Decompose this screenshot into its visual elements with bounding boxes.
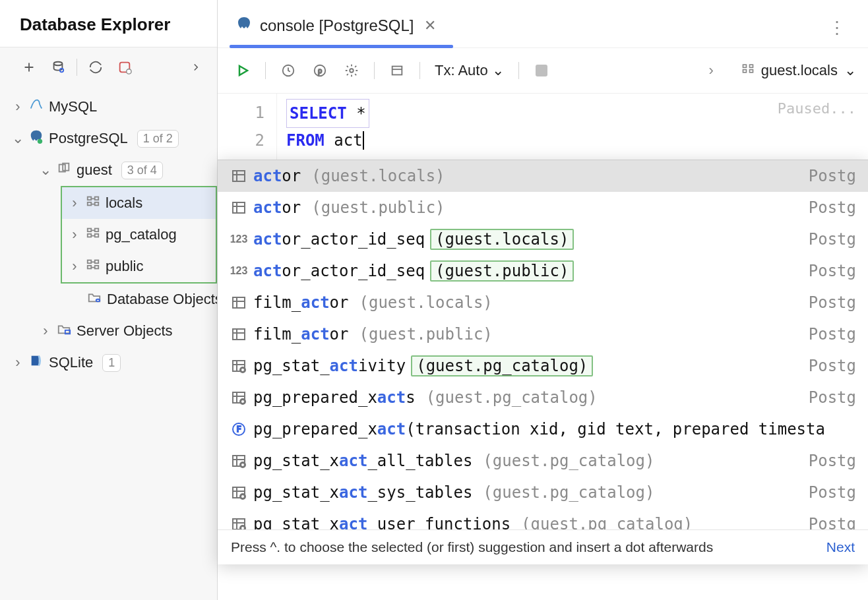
tree-label: Database Objects	[107, 291, 217, 308]
tx-mode-dropdown[interactable]: Tx: Auto ⌄	[429, 62, 509, 79]
completion-item[interactable]: pg_stat_xact_sys_tables (guest.pg_catalo…	[218, 477, 868, 508]
completion-item[interactable]: actor (guest.locals)Postg	[218, 160, 868, 192]
sql-editor[interactable]: 1 2 SELECT * FROM act Paused...	[218, 93, 868, 160]
completion-name: actor	[253, 167, 301, 185]
tree-node-mysql[interactable]: › MySQL	[0, 91, 217, 123]
completion-name: film_actor	[253, 293, 349, 312]
datasource-properties-button[interactable]	[45, 54, 71, 80]
completion-item[interactable]: pg_stat_xact_user_functions (guest.pg_ca…	[218, 508, 868, 529]
next-tip-link[interactable]: Next	[826, 539, 855, 555]
svg-rect-15	[88, 260, 92, 264]
completion-source: Postg	[809, 198, 856, 217]
completion-item[interactable]: actor (guest.public)Postg	[218, 192, 868, 224]
chevron-right-icon: ›	[12, 98, 24, 115]
completion-item[interactable]: film_actor (guest.public)Postg	[218, 318, 868, 350]
completion-item[interactable]: film_actor (guest.locals)Postg	[218, 287, 868, 318]
tree-node-database-objects[interactable]: Database Objects	[0, 284, 217, 315]
tree-node-server-objects[interactable]: › Server Objects	[0, 315, 217, 347]
tab-menu-button[interactable]: ⋮	[819, 18, 855, 38]
view-icon	[230, 485, 248, 500]
seq-icon: 123	[230, 233, 248, 245]
completion-source: Postg	[809, 388, 856, 407]
svg-rect-33	[233, 329, 245, 340]
tree-node-locals[interactable]: › locals	[62, 187, 216, 219]
stop-introspection-button[interactable]	[111, 54, 138, 80]
settings-button[interactable]	[338, 57, 365, 84]
func-icon: F	[230, 421, 248, 437]
completion-source: Postg	[809, 452, 856, 470]
tree-node-sqlite[interactable]: › SQLite 1	[0, 347, 217, 378]
completion-item[interactable]: 123actor_actor_id_seq (guest.public)Post…	[218, 255, 868, 287]
tree-node-postgresql[interactable]: ⌄ PostgreSQL 1 of 2	[0, 123, 217, 154]
sidebar-toolbar	[0, 47, 217, 87]
schema-icon	[86, 257, 100, 276]
completion-scope: (guest.locals)	[430, 229, 574, 250]
chevron-right-icon: ›	[69, 226, 80, 243]
highlighted-schemas-group: › locals › pg_catalog › public	[61, 186, 217, 284]
completion-name: pg_prepared_xacts	[253, 388, 416, 407]
completion-scope: (guest.locals)	[311, 167, 445, 185]
history-button[interactable]	[275, 57, 301, 84]
code-text: act	[325, 131, 363, 150]
refresh-button[interactable]	[82, 54, 109, 80]
sqlite-icon	[29, 353, 44, 372]
svg-rect-12	[88, 234, 92, 237]
count-badge: 1 of 2	[137, 130, 179, 148]
code-content: SELECT * FROM act	[277, 94, 379, 160]
view-icon	[230, 358, 248, 374]
svg-rect-10	[95, 202, 99, 206]
tree-node-public[interactable]: › public	[62, 251, 216, 282]
keyword-from: FROM	[286, 131, 325, 150]
completion-scope: (guest.pg_catalog)	[483, 483, 654, 502]
new-datasource-button[interactable]	[16, 54, 42, 80]
completion-source: Postg	[809, 515, 856, 529]
completion-item[interactable]: pg_stat_xact_all_tables (guest.pg_catalo…	[218, 445, 868, 477]
completion-scope: (guest.pg_catalog)	[483, 452, 654, 470]
completion-name: pg_stat_xact_all_tables	[253, 452, 472, 470]
svg-rect-16	[88, 266, 92, 269]
completion-list[interactable]: actor (guest.locals)Postgactor (guest.pu…	[218, 160, 868, 529]
completion-item[interactable]: Fpg_prepared_xact(transaction xid, gid t…	[218, 413, 868, 445]
explain-plan-button[interactable]: p	[307, 57, 333, 84]
keyword-select: SELECT	[290, 104, 347, 123]
completion-scope: (guest.locals)	[359, 293, 493, 312]
tree-label: guest	[77, 162, 112, 179]
run-button[interactable]	[230, 57, 256, 84]
tab-console-postgres[interactable]: console [PostgreSQL] ✕	[232, 8, 450, 47]
line-gutter: 1 2	[218, 94, 277, 160]
table-icon	[230, 200, 248, 216]
tree-label: MySQL	[49, 98, 97, 115]
svg-point-0	[54, 62, 63, 66]
completion-item[interactable]: pg_prepared_xacts (guest.pg_catalog)Post…	[218, 382, 868, 413]
line-number: 2	[223, 127, 264, 154]
hint-text: Press ^. to choose the selected (or firs…	[231, 539, 713, 555]
schema-chooser[interactable]: › guest.locals ⌄	[708, 62, 856, 79]
completion-source: Postg	[809, 483, 856, 502]
chevron-right-icon: ›	[40, 322, 51, 340]
chevron-down-icon: ⌄	[12, 130, 24, 147]
view-mode-button[interactable]	[384, 57, 410, 84]
tree-node-guest[interactable]: ⌄ guest 3 of 4	[0, 154, 217, 186]
completion-scope: (guest.public)	[359, 325, 493, 344]
svg-rect-31	[233, 202, 245, 213]
completion-scope: (guest.public)	[311, 198, 445, 217]
completion-scope: (guest.pg_catalog)	[426, 388, 598, 407]
completion-item[interactable]: 123actor_actor_id_seq (guest.locals)Post…	[218, 224, 868, 255]
show-options-button[interactable]	[183, 54, 209, 80]
completion-name: pg_stat_activity	[253, 357, 406, 375]
completion-item[interactable]: pg_stat_activity (guest.pg_catalog)Postg	[218, 350, 868, 382]
stop-button[interactable]	[528, 57, 555, 84]
table-icon	[230, 168, 248, 184]
text-caret	[363, 131, 364, 150]
completion-source: Postg	[809, 357, 856, 375]
chevron-right-icon: ›	[69, 258, 80, 275]
tree-node-pg-catalog[interactable]: › pg_catalog	[62, 219, 216, 251]
svg-rect-28	[749, 65, 753, 67]
svg-rect-27	[743, 70, 746, 73]
tree-label: public	[106, 258, 143, 275]
count-badge: 1	[102, 354, 121, 372]
svg-point-4	[38, 139, 42, 144]
close-icon[interactable]: ✕	[421, 17, 439, 34]
svg-text:p: p	[318, 67, 322, 75]
chevron-down-icon: ⌄	[492, 62, 504, 79]
